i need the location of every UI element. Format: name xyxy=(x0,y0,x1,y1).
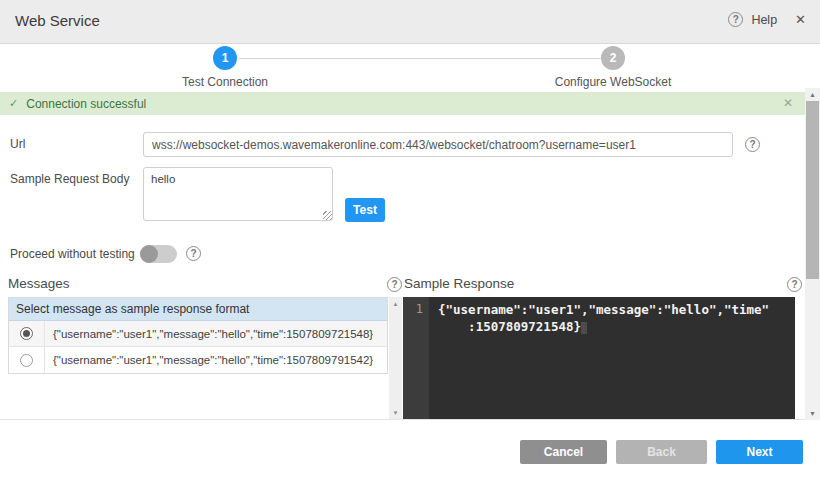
help-label[interactable]: Help xyxy=(751,13,777,27)
back-button[interactable]: Back xyxy=(616,440,707,464)
next-button[interactable]: Next xyxy=(716,440,803,464)
step-1-label: Test Connection xyxy=(182,75,268,89)
proceed-toggle[interactable] xyxy=(140,245,177,263)
message-row-text: {"username":"user1","message":"hello","t… xyxy=(45,328,373,340)
messages-help-icon[interactable]: ? xyxy=(387,277,402,292)
message-row-1[interactable]: {"username":"user1","message":"hello","t… xyxy=(9,321,387,347)
success-message: Connection successful xyxy=(26,97,146,111)
code-line-1: {"username":"user1","message":"hello","t… xyxy=(438,302,769,317)
proceed-label: Proceed without testing xyxy=(10,247,135,261)
content-divider xyxy=(0,419,805,420)
titlebar: Web Service ? Help ✕ xyxy=(0,0,820,44)
banner-close-icon[interactable]: ✕ xyxy=(783,96,793,110)
step-2-label: Configure WebSocket xyxy=(555,75,672,89)
messages-table: Select message as sample response format… xyxy=(8,297,388,374)
page-title: Web Service xyxy=(15,12,100,29)
proceed-help-icon[interactable]: ? xyxy=(186,246,201,261)
close-icon[interactable]: ✕ xyxy=(795,12,806,27)
radio-cell[interactable] xyxy=(9,321,45,346)
scrollbar-thumb[interactable] xyxy=(806,101,819,279)
stepper-connector xyxy=(238,58,601,59)
code-line-2: :1507809721548} xyxy=(438,319,581,334)
url-help-icon[interactable]: ? xyxy=(745,137,760,152)
message-row-2[interactable]: {"username":"user1","message":"hello","t… xyxy=(9,347,387,373)
check-icon: ✓ xyxy=(9,97,18,110)
sample-response-help-icon[interactable]: ? xyxy=(787,277,802,292)
toggle-knob xyxy=(140,245,158,263)
request-body-label: Sample Request Body xyxy=(10,172,129,186)
scrollbar-up-icon[interactable]: ▲ xyxy=(805,91,820,98)
messages-table-header: Select message as sample response format xyxy=(9,298,387,321)
scrollbar-down-icon[interactable]: ▼ xyxy=(805,410,820,417)
sample-response-heading: Sample Response xyxy=(404,276,514,291)
radio-selected-icon[interactable] xyxy=(20,327,33,340)
step-2-circle[interactable]: 2 xyxy=(601,46,625,70)
help-icon[interactable]: ? xyxy=(728,12,743,27)
request-body-textarea[interactable]: hello xyxy=(143,167,333,221)
test-button[interactable]: Test xyxy=(345,198,385,222)
editor-cursor xyxy=(581,322,587,334)
sample-response-editor[interactable]: 1 {"username":"user1","message":"hello",… xyxy=(403,297,795,419)
wizard-stepper: 1 Test Connection 2 Configure WebSocket xyxy=(0,45,820,92)
messages-heading: Messages xyxy=(8,276,70,291)
messages-scrollbar[interactable]: ▲ ▼ xyxy=(389,297,402,420)
url-input[interactable] xyxy=(143,132,733,157)
web-service-dialog: Web Service ? Help ✕ 1 Test Connection 2… xyxy=(0,0,820,477)
success-banner: ✓ Connection successful ✕ xyxy=(0,92,805,115)
radio-cell[interactable] xyxy=(9,347,45,373)
scroll-up-icon[interactable]: ▲ xyxy=(389,301,402,307)
message-row-text: {"username":"user1","message":"hello","t… xyxy=(45,354,373,366)
url-label: Url xyxy=(10,137,25,151)
cancel-button[interactable]: Cancel xyxy=(520,440,607,464)
editor-code[interactable]: {"username":"user1","message":"hello","t… xyxy=(429,297,795,419)
step-1-circle[interactable]: 1 xyxy=(213,46,237,70)
scroll-down-icon[interactable]: ▼ xyxy=(389,410,402,416)
editor-line-number: 1 xyxy=(403,297,429,419)
textarea-resize-handle[interactable] xyxy=(323,211,332,220)
main-scrollbar[interactable]: ▲ ▼ xyxy=(805,88,820,420)
radio-unselected-icon[interactable] xyxy=(20,354,33,367)
